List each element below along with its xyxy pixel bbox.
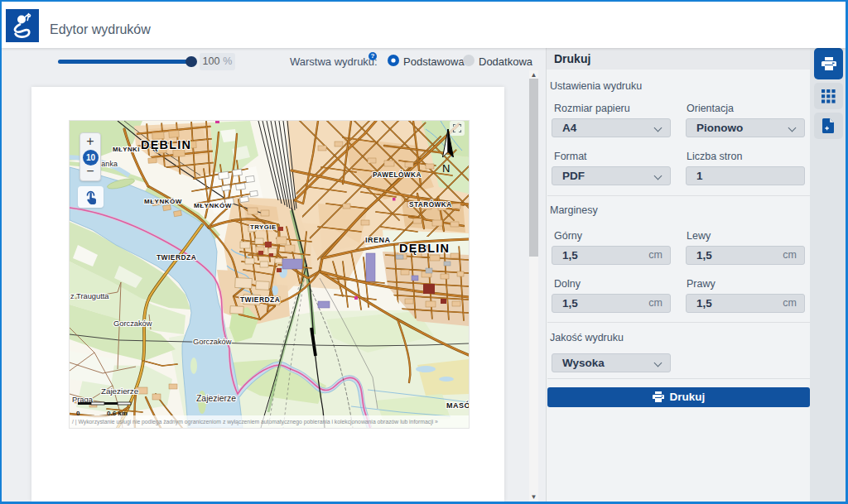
svg-text:PAWELÓWKA: PAWELÓWKA (373, 170, 422, 179)
svg-text:IRENA: IRENA (365, 236, 391, 244)
svg-text:STARÓWKA: STARÓWKA (409, 199, 452, 209)
svg-text:N: N (442, 162, 450, 175)
svg-text:Gorczaków: Gorczaków (193, 338, 232, 346)
svg-text:TWIERDZA: TWIERDZA (240, 295, 280, 304)
svg-text:Gorczaków: Gorczaków (113, 319, 152, 328)
svg-text:DĘBLIN: DĘBLIN (399, 242, 450, 255)
svg-text:MŁYNKI: MŁYNKI (113, 146, 140, 153)
svg-text:DĘBLIN: DĘBLIN (141, 138, 191, 151)
svg-text:Zajezierze: Zajezierze (196, 394, 236, 403)
svg-text:MASÓW: MASÓW (446, 401, 469, 410)
svg-text:/ | Wykorzystanie usługi nie p: / | Wykorzystanie usługi nie podlega żad… (72, 419, 438, 425)
svg-text:Zajezierze: Zajezierze (101, 386, 139, 396)
svg-text:TWIERDZA: TWIERDZA (157, 253, 196, 262)
svg-text:TRYGIE: TRYGIE (250, 223, 277, 231)
svg-text:MŁYNKÓW: MŁYNKÓW (144, 198, 182, 205)
svg-text:z Traugutta: z Traugutta (70, 292, 109, 300)
svg-text:MŁYNKÓW: MŁYNKÓW (194, 202, 232, 209)
